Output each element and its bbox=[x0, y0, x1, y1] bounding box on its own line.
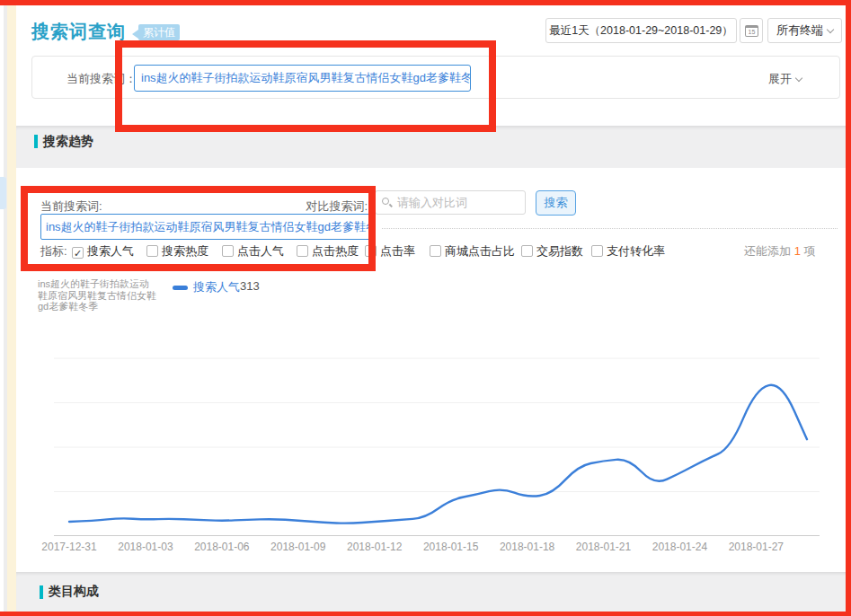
trend-keyword-input[interactable]: ins超火的鞋子街拍款运动鞋原宿风男鞋复古情侣女鞋gd老爹鞋冬季 bbox=[40, 214, 374, 240]
metric-checkbox-7[interactable]: 交易指数 bbox=[521, 243, 583, 258]
trend-section-header: 搜索趋势 bbox=[16, 126, 851, 168]
compare-keyword-input[interactable]: 请输入对比词 bbox=[375, 190, 526, 215]
metrics-label: 指标: bbox=[40, 243, 67, 258]
metric-label: 点击率 bbox=[380, 244, 415, 258]
search-icon bbox=[382, 198, 389, 205]
legend-keyword-line: ins超火的鞋子街拍款运动 bbox=[38, 278, 183, 290]
metric-checkbox-4[interactable]: 点击热度 bbox=[297, 243, 359, 258]
x-axis-tick-label: 2018-01-18 bbox=[490, 541, 565, 553]
current-keyword-label: 当前搜索词： bbox=[66, 71, 137, 87]
annotation-top-line bbox=[0, 0, 851, 5]
checkbox-checked-icon[interactable]: ✓ bbox=[72, 247, 84, 259]
annotation-bottom-line bbox=[0, 612, 851, 616]
checkbox-icon[interactable] bbox=[222, 245, 234, 257]
x-axis-tick-label: 2018-01-27 bbox=[718, 541, 793, 553]
x-axis-tick-label: 2018-01-06 bbox=[184, 541, 260, 553]
checkbox-icon[interactable] bbox=[591, 245, 603, 257]
search-button[interactable]: 搜索 bbox=[536, 190, 576, 216]
add-more-hint: 还能添加 1 项 bbox=[744, 243, 815, 260]
metric-checkbox-8[interactable]: 支付转化率 bbox=[591, 243, 665, 258]
metric-label: 点击人气 bbox=[237, 244, 284, 258]
trend-section-title: 搜索趋势 bbox=[43, 134, 93, 150]
checkbox-icon[interactable] bbox=[521, 245, 533, 257]
section-accent-bar bbox=[40, 585, 43, 599]
x-axis-tick-label: 2018-01-09 bbox=[261, 541, 336, 553]
metric-label: 交易指数 bbox=[536, 244, 583, 258]
x-axis-tick-label: 2018-01-21 bbox=[566, 541, 642, 553]
legend-line-icon bbox=[173, 286, 188, 290]
metric-checkbox-6[interactable]: 商城点击占比 bbox=[430, 243, 515, 258]
date-range-selector[interactable]: 最近1天（2018-01-29~2018-01-29） bbox=[545, 18, 737, 43]
expand-link[interactable]: 展开 bbox=[768, 71, 802, 87]
x-axis-tick-label: 2018-01-12 bbox=[337, 541, 412, 553]
category-section-title: 类目构成 bbox=[49, 584, 99, 600]
x-axis-tick-label: 2018-01-15 bbox=[413, 541, 489, 553]
section-accent-bar bbox=[34, 135, 38, 148]
floating-widget-partial[interactable] bbox=[0, 177, 6, 209]
checkbox-icon[interactable] bbox=[430, 245, 441, 257]
checkbox-icon[interactable] bbox=[146, 245, 158, 257]
category-section-header: 类目构成 bbox=[16, 572, 851, 612]
search-term-panel: 当前搜索词： ins超火的鞋子街拍款运动鞋原宿风男鞋复古情侣女鞋gd老爹鞋冬季 … bbox=[31, 56, 840, 99]
badge-arrow-icon bbox=[132, 30, 138, 39]
legend-keyword-line: 鞋原宿风男鞋复古情侣女鞋 bbox=[38, 290, 183, 302]
keyword-input[interactable]: ins超火的鞋子街拍款运动鞋原宿风男鞋复古情侣女鞋gd老爹鞋冬季 bbox=[134, 65, 471, 92]
cumulative-badge: 累计值 bbox=[138, 24, 180, 40]
legend-keyword: ins超火的鞋子街拍款运动鞋原宿风男鞋复古情侣女鞋gd老爹鞋冬季 bbox=[38, 278, 183, 312]
annotation-right-line bbox=[846, 0, 851, 616]
metric-label: 商城点击占比 bbox=[445, 244, 515, 258]
metric-checkbox-5[interactable]: 点击率 bbox=[365, 243, 415, 258]
x-axis-tick-label: 2017-12-31 bbox=[31, 541, 107, 553]
checkbox-icon[interactable] bbox=[365, 245, 377, 257]
page: 搜索词查询 累计值 最近1天（2018-01-29~2018-01-29） 15… bbox=[0, 0, 851, 616]
trend-current-keyword-label: 当前搜索词: bbox=[40, 198, 102, 215]
metric-label: 搜索人气 bbox=[87, 244, 134, 258]
calendar-button[interactable]: 15 bbox=[740, 18, 763, 43]
legend-series-name[interactable]: 搜索人气 bbox=[193, 279, 240, 295]
compare-keyword-label: 对比搜索词: bbox=[292, 198, 368, 215]
calendar-icon: 15 bbox=[745, 25, 758, 37]
terminal-dropdown[interactable]: 所有终端 bbox=[767, 18, 842, 43]
metric-label: 点击热度 bbox=[312, 244, 359, 258]
metric-checkbox-1[interactable]: ✓搜索人气 bbox=[72, 243, 134, 258]
legend-keyword-line: gd老爹鞋冬季 bbox=[38, 301, 183, 312]
page-edge-strip-cream bbox=[7, 5, 16, 612]
legend-series-value: 313 bbox=[240, 279, 260, 293]
add-more-count: 1 bbox=[794, 244, 801, 258]
compare-placeholder: 请输入对比词 bbox=[397, 196, 467, 209]
chevron-down-icon bbox=[827, 26, 834, 33]
metric-label: 支付转化率 bbox=[607, 244, 665, 258]
chevron-down-icon bbox=[795, 75, 802, 82]
x-axis-tick-label: 2018-01-24 bbox=[642, 541, 717, 553]
metric-checkbox-2[interactable]: 搜索热度 bbox=[146, 243, 208, 258]
page-title: 搜索词查询 bbox=[31, 20, 126, 44]
compare-slot-divider bbox=[382, 228, 838, 229]
x-axis-tick-label: 2018-01-03 bbox=[108, 541, 183, 553]
checkbox-icon[interactable] bbox=[297, 245, 308, 257]
metric-checkbox-3[interactable]: 点击人气 bbox=[222, 243, 284, 258]
metric-label: 搜索热度 bbox=[162, 244, 208, 258]
